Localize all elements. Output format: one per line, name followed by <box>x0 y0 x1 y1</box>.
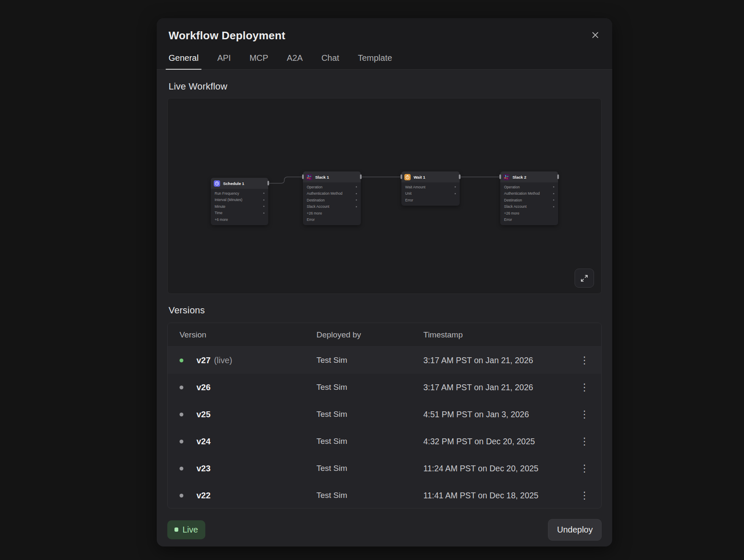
node-field-destination: Destination <box>500 197 558 204</box>
workflow-node-slack-1[interactable]: Slack 1OperationAuthentication MethodDes… <box>303 171 361 225</box>
deployed-by: Test Sim <box>316 437 423 446</box>
node-title: Slack 1 <box>315 175 329 179</box>
row-menu-icon[interactable]: ⋮ <box>577 408 592 421</box>
tab-general[interactable]: General <box>169 53 199 69</box>
live-version-dot <box>180 359 183 362</box>
undeploy-button[interactable]: Undeploy <box>548 519 602 541</box>
timestamp: 3:17 AM PST on Jan 21, 2026 <box>423 383 571 392</box>
tab-api[interactable]: API <box>217 53 231 69</box>
node-field--6-more: +6 more <box>211 216 268 223</box>
field-port-dot <box>263 193 264 194</box>
field-port-dot <box>356 199 357 201</box>
field-label: +26 more <box>307 211 322 215</box>
node-field-operation: Operation <box>303 184 361 190</box>
row-menu-icon[interactable]: ⋮ <box>577 489 592 502</box>
version-label: v22 <box>196 491 316 500</box>
field-label: +6 more <box>215 217 228 222</box>
field-label: Interval (Minutes) <box>215 198 243 202</box>
node-header-schedule-1: Schedule 1 <box>211 178 268 189</box>
modal-header: Workflow Deployment GeneralAPIMCPA2AChat… <box>157 18 612 70</box>
page-title: Workflow Deployment <box>169 29 285 42</box>
version-row-v26[interactable]: v26Test Sim3:17 AM PST on Jan 21, 2026⋮ <box>168 374 601 401</box>
field-label: Error <box>405 198 413 202</box>
timestamp: 4:32 PM PST on Dec 20, 2025 <box>423 437 571 446</box>
node-field-error: Error <box>401 197 460 204</box>
version-label: v27(live) <box>196 356 316 365</box>
live-workflow-heading: Live Workflow <box>169 81 602 92</box>
close-icon[interactable] <box>591 31 600 41</box>
timestamp: 11:24 AM PST on Dec 20, 2025 <box>423 464 571 473</box>
deployed-by: Test Sim <box>316 410 423 419</box>
slack-icon <box>306 174 312 180</box>
row-menu-icon[interactable]: ⋮ <box>577 462 592 475</box>
output-port <box>360 174 362 179</box>
field-label: Run Frequency <box>215 191 239 196</box>
node-field-run-frequency: Run Frequency <box>211 190 268 197</box>
node-title: Wait 1 <box>414 175 425 179</box>
timestamp: 11:41 AM PST on Dec 18, 2025 <box>423 491 571 500</box>
field-port-dot <box>356 206 357 207</box>
node-field-interval-minutes-: Interval (Minutes) <box>211 197 268 204</box>
node-header-slack-2: Slack 2 <box>500 171 558 182</box>
field-label: Minute <box>215 204 226 209</box>
version-row-v23[interactable]: v23Test Sim11:24 AM PST on Dec 20, 2025⋮ <box>168 455 601 482</box>
live-status-label: Live <box>183 525 198 535</box>
clock-icon <box>214 180 220 187</box>
node-header-wait-1: Wait 1 <box>401 171 460 182</box>
live-status-badge[interactable]: Live <box>167 520 205 539</box>
version-dot <box>180 467 183 470</box>
workflow-canvas[interactable]: Schedule 1Run FrequencyInterval (Minutes… <box>167 98 602 294</box>
column-header-version: Version <box>180 330 316 340</box>
deployed-by: Test Sim <box>316 464 423 473</box>
versions-table: Version Deployed by Timestamp v27(live)T… <box>167 323 602 508</box>
version-row-v27[interactable]: v27(live)Test Sim3:17 AM PST on Jan 21, … <box>168 347 601 374</box>
workflow-node-schedule-1[interactable]: Schedule 1Run FrequencyInterval (Minutes… <box>211 178 268 225</box>
field-port-dot <box>263 199 264 201</box>
node-field-error: Error <box>500 217 558 223</box>
version-row-v24[interactable]: v24Test Sim4:32 PM PST on Dec 20, 2025⋮ <box>168 428 601 455</box>
field-label: Authentication Method <box>504 191 540 196</box>
version-row-v25[interactable]: v25Test Sim4:51 PM PST on Jan 3, 2026⋮ <box>168 401 601 428</box>
tab-mcp[interactable]: MCP <box>249 53 268 69</box>
node-field-unit: Unit <box>401 190 460 197</box>
tab-a2a[interactable]: A2A <box>287 53 303 69</box>
node-field-authentication-method: Authentication Method <box>500 190 558 197</box>
output-port <box>267 181 269 185</box>
node-field-slack-account: Slack Account <box>500 204 558 210</box>
timestamp: 3:17 AM PST on Jan 21, 2026 <box>423 356 571 365</box>
tab-chat[interactable]: Chat <box>322 53 339 69</box>
node-field-operation: Operation <box>500 184 558 190</box>
workflow-node-wait-1[interactable]: Wait 1Wait AmountUnitError <box>401 171 460 206</box>
expand-button[interactable] <box>575 269 594 288</box>
field-label: +26 more <box>504 211 519 215</box>
version-label: v26 <box>196 383 316 392</box>
node-title: Schedule 1 <box>223 181 244 186</box>
version-row-v22[interactable]: v22Test Sim11:41 AM PST on Dec 18, 2025⋮ <box>168 482 601 508</box>
field-port-dot <box>553 206 554 207</box>
field-port-dot <box>356 193 357 194</box>
timer-icon <box>404 174 411 180</box>
field-label: Destination <box>307 198 325 202</box>
column-header-timestamp: Timestamp <box>423 330 571 340</box>
tab-template[interactable]: Template <box>358 53 392 69</box>
modal-footer: Live Undeploy <box>157 513 612 546</box>
expand-diagonal-icon <box>580 274 589 283</box>
field-port-dot <box>455 193 456 194</box>
field-port-dot <box>263 212 264 214</box>
node-title: Slack 2 <box>512 175 526 179</box>
node-body: Run FrequencyInterval (Minutes)MinuteTim… <box>211 189 268 225</box>
field-port-dot <box>553 186 554 188</box>
timestamp: 4:51 PM PST on Jan 3, 2026 <box>423 410 571 419</box>
row-menu-icon[interactable]: ⋮ <box>577 435 592 448</box>
field-label: Wait Amount <box>405 185 425 189</box>
field-label: Slack Account <box>307 204 329 209</box>
versions-table-header: Version Deployed by Timestamp <box>168 323 601 347</box>
node-field-time: Time <box>211 210 268 217</box>
row-menu-icon[interactable]: ⋮ <box>577 381 592 394</box>
node-body: OperationAuthentication MethodDestinatio… <box>303 182 361 225</box>
workflow-node-slack-2[interactable]: Slack 2OperationAuthentication MethodDes… <box>500 171 558 225</box>
node-field-authentication-method: Authentication Method <box>303 190 361 197</box>
row-menu-icon[interactable]: ⋮ <box>577 354 592 367</box>
field-label: Error <box>504 217 512 222</box>
version-dot <box>180 494 183 497</box>
